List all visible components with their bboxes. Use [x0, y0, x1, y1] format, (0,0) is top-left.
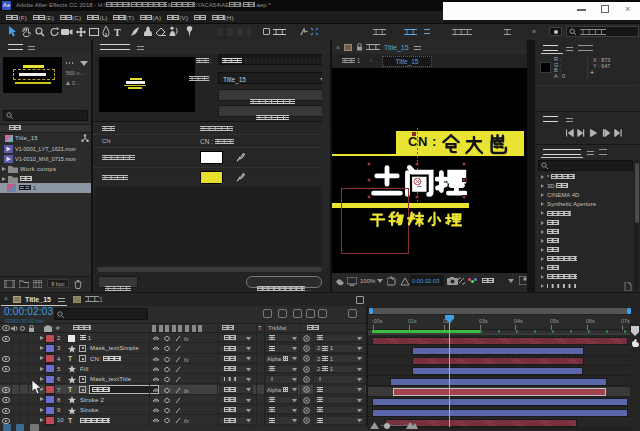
- svg-text:fx: fx: [184, 418, 190, 424]
- svg-text:fx: fx: [184, 357, 190, 363]
- svg-text:fx: fx: [184, 336, 190, 342]
- svg-text:fx: fx: [184, 388, 190, 394]
